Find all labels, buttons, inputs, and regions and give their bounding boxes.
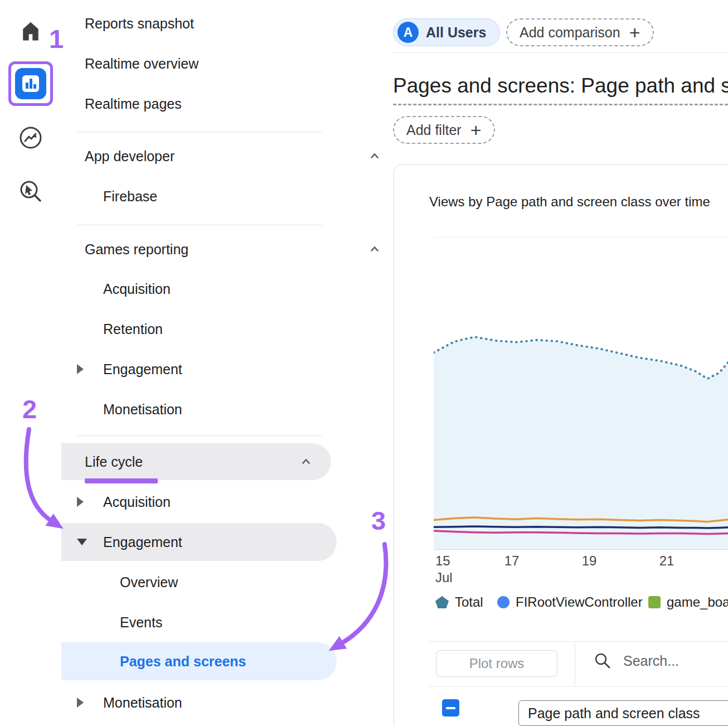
sidebar-section-games-reporting[interactable]: Games reporting — [61, 229, 392, 269]
sidebar-item-lifecycle-engagement[interactable]: Engagement — [61, 523, 337, 561]
series-circle-marker-icon — [497, 596, 509, 608]
search-input[interactable] — [622, 652, 714, 670]
page-title: Pages and screens: Page path and screen … — [393, 74, 728, 98]
table-search[interactable] — [593, 651, 714, 670]
chevron-up-icon[interactable] — [298, 453, 314, 470]
sidebar-item-label: Monetisation — [103, 401, 182, 418]
total-series-marker-icon — [435, 596, 449, 608]
expand-arrow-icon[interactable] — [77, 698, 84, 708]
sidebar-item-pages-and-screens[interactable]: Pages and screens — [61, 642, 337, 680]
sidebar-divider — [77, 435, 322, 436]
sidebar-section-label: Games reporting — [85, 241, 188, 258]
title-dashed-underline — [393, 104, 728, 105]
legend-label: Total — [455, 594, 483, 610]
legend-item-firootviewcontroller: FIRootViewController — [497, 594, 643, 610]
chart-x-axis-line — [434, 549, 728, 550]
sidebar-item-firebase[interactable]: Firebase — [61, 176, 392, 216]
expand-arrow-icon[interactable] — [77, 364, 84, 374]
sidebar-item-engagement-events[interactable]: Events — [61, 602, 392, 642]
sidebar-item-lifecycle-monetisation[interactable]: Monetisation — [61, 683, 392, 723]
series-square-marker-icon — [648, 596, 661, 608]
sidebar-item-games-monetisation[interactable]: Monetisation — [61, 389, 392, 429]
legend-label: FIRootViewController — [516, 594, 643, 610]
column-header-page-path[interactable]: Page path and screen class — [518, 700, 728, 726]
annotation-number-2: 2 — [22, 394, 37, 424]
sidebar-divider — [77, 225, 322, 225]
sidebar-divider — [77, 132, 322, 132]
segment-label: All Users — [426, 25, 486, 41]
x-tick-jul: Jul — [435, 570, 453, 585]
sidebar-item-label: Retention — [103, 321, 163, 337]
sidebar-item-label: Firebase — [103, 188, 157, 205]
sidebar-item-label: Realtime pages — [85, 96, 182, 112]
views-over-time-chart — [434, 237, 728, 549]
plus-icon: + — [470, 120, 482, 139]
x-tick-21: 21 — [659, 553, 674, 569]
toolbar-vertical-divider — [575, 642, 575, 686]
segment-avatar: A — [397, 22, 419, 43]
add-comparison-button[interactable]: Add comparison + — [506, 18, 654, 46]
plus-icon: + — [629, 23, 640, 42]
table-header-divider — [428, 686, 728, 687]
sidebar-item-label: Events — [120, 614, 162, 631]
app-icon-rail — [0, 0, 62, 726]
annotation-number-3: 3 — [371, 505, 386, 536]
sidebar-item-engagement-overview[interactable]: Overview — [61, 562, 392, 602]
sidebar-item-label: Acquisition — [103, 281, 171, 297]
toolbar-top-divider — [428, 641, 728, 642]
sidebar-item-reports-snapshot[interactable]: Reports snapshot — [61, 3, 392, 43]
expand-arrow-icon[interactable] — [77, 497, 84, 507]
sidebar-item-games-retention[interactable]: Retention — [61, 309, 392, 349]
header-divider — [392, 52, 728, 53]
advertising-nav-icon[interactable] — [17, 178, 44, 207]
sidebar-item-realtime-overview[interactable]: Realtime overview — [61, 43, 392, 84]
x-tick-19: 19 — [582, 553, 597, 569]
x-tick-17: 17 — [504, 553, 520, 569]
sidebar-section-label: Life cycle — [85, 454, 143, 470]
explore-nav-icon[interactable] — [17, 124, 44, 153]
sidebar-item-label: Acquisition — [103, 494, 171, 510]
plot-rows-button[interactable]: Plot rows — [436, 650, 557, 677]
chevron-up-icon[interactable] — [366, 241, 383, 258]
sidebar-item-label: Overview — [120, 574, 178, 591]
sidebar-section-app-developer[interactable]: App developer — [61, 136, 392, 176]
all-users-segment-chip[interactable]: A All Users — [393, 18, 500, 46]
add-filter-label: Add filter — [406, 122, 462, 138]
search-icon — [593, 651, 612, 670]
chevron-up-icon[interactable] — [366, 148, 383, 164]
sidebar-item-label: Monetisation — [103, 695, 182, 711]
sidebar-item-label: Engagement — [103, 534, 182, 550]
legend-item-total: Total — [435, 594, 483, 610]
indeterminate-minus-icon — [446, 707, 455, 709]
annotation-number-1: 1 — [49, 23, 64, 54]
sidebar-item-realtime-pages[interactable]: Realtime pages — [61, 84, 392, 124]
sidebar-section-label: App developer — [85, 148, 174, 164]
add-comparison-label: Add comparison — [520, 25, 620, 41]
sidebar-item-games-engagement[interactable]: Engagement — [61, 349, 392, 389]
select-all-checkbox[interactable] — [442, 699, 459, 717]
sidebar-item-label: Engagement — [103, 361, 182, 377]
sidebar-item-games-acquisition[interactable]: Acquisition — [61, 269, 392, 309]
annotation-step1-highlight-box — [8, 61, 53, 106]
legend-item-game-board: game_boa — [648, 594, 728, 610]
sidebar-item-label: Reports snapshot — [85, 16, 194, 32]
add-filter-button[interactable]: Add filter + — [393, 116, 495, 144]
sidebar-section-life-cycle[interactable]: Life cycle — [61, 443, 331, 480]
reports-nav-icon[interactable] — [15, 68, 46, 99]
sidebar-item-label: Realtime overview — [85, 56, 198, 72]
chart-title: Views by Page path and screen class over… — [429, 194, 728, 210]
sidebar-item-label: Pages and screens — [120, 654, 246, 670]
collapse-arrow-icon[interactable] — [77, 539, 87, 545]
ga4-reports-screen: Reports snapshot Realtime overview Realt… — [0, 0, 728, 726]
reports-sidebar: Reports snapshot Realtime overview Realt… — [61, 0, 392, 726]
home-nav-icon[interactable] — [18, 19, 43, 46]
sidebar-item-lifecycle-acquisition[interactable]: Acquisition — [61, 482, 392, 522]
legend-label: game_boa — [667, 594, 728, 610]
x-tick-15: 15 — [435, 553, 450, 569]
